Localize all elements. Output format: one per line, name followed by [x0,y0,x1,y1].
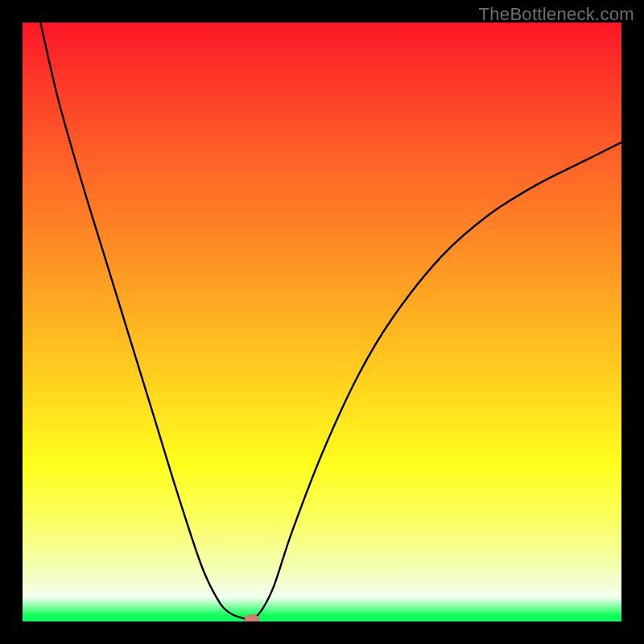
watermark-text: TheBottleneck.com [479,4,634,25]
chart-frame: TheBottleneck.com [0,0,644,644]
chart-plot-area [23,23,621,621]
chart-curve [40,23,621,620]
chart-overlay [23,23,621,621]
